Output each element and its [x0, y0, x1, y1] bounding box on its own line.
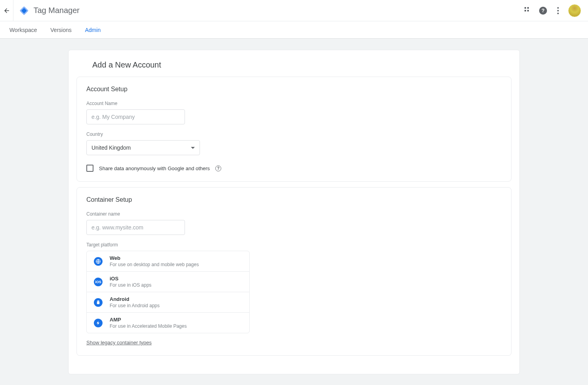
tab-admin[interactable]: Admin — [84, 27, 101, 33]
bolt-icon — [94, 319, 103, 327]
kebab-icon — [557, 7, 559, 14]
account-setup-card: Account Setup Account Name Country Unite… — [77, 77, 511, 182]
ios-icon: iOS — [94, 278, 103, 286]
more-button[interactable] — [553, 6, 563, 15]
platform-web-desc: For use on desktop and mobile web pages — [110, 262, 199, 267]
tab-workspace[interactable]: Workspace — [9, 27, 38, 33]
logo-area: Tag Manager — [13, 6, 80, 15]
country-label: Country — [86, 131, 502, 137]
account-name-input[interactable] — [86, 109, 185, 124]
container-setup-card: Container Setup Container name Target pl… — [77, 187, 511, 356]
platform-amp-desc: For use in Accelerated Mobile Pages — [110, 323, 187, 329]
container-name-field: Container name — [86, 211, 502, 235]
help-icon: ? — [539, 7, 547, 15]
account-name-label: Account Name — [86, 101, 502, 106]
country-value: United Kingdom — [91, 145, 131, 151]
account-setup-heading: Account Setup — [86, 86, 502, 93]
container-setup-heading: Container Setup — [86, 196, 502, 203]
info-icon[interactable]: ? — [215, 165, 221, 171]
apps-button[interactable] — [523, 6, 533, 15]
country-field: Country United Kingdom — [86, 131, 502, 155]
container-name-label: Container name — [86, 211, 502, 217]
apps-grid-icon — [525, 7, 532, 14]
page-title: Add a New Account — [69, 60, 519, 77]
app-title: Tag Manager — [34, 6, 80, 15]
topbar-actions: ? — [523, 4, 583, 17]
platform-list: Web For use on desktop and mobile web pa… — [86, 251, 250, 333]
globe-icon — [94, 257, 103, 266]
back-button[interactable] — [0, 0, 13, 21]
platform-ios-desc: For use in iOS apps — [110, 282, 151, 288]
help-button[interactable]: ? — [538, 6, 548, 15]
platform-web-title: Web — [110, 255, 199, 261]
platform-web[interactable]: Web For use on desktop and mobile web pa… — [87, 251, 249, 272]
legacy-types-link[interactable]: Show legacy container types — [86, 340, 151, 346]
top-bar: Tag Manager ? — [0, 0, 588, 21]
account-name-field: Account Name — [86, 101, 502, 124]
share-data-row: Share data anonymously with Google and o… — [86, 162, 502, 172]
arrow-left-icon — [3, 7, 10, 14]
tag-manager-logo-icon — [19, 6, 29, 15]
platform-amp[interactable]: AMP For use in Accelerated Mobile Pages — [87, 313, 249, 333]
user-avatar[interactable] — [568, 4, 581, 17]
tab-versions[interactable]: Versions — [50, 27, 73, 33]
platform-android-title: Android — [110, 296, 160, 302]
target-platform-label: Target platform — [86, 242, 502, 248]
container-name-input[interactable] — [86, 220, 185, 235]
country-select[interactable]: United Kingdom — [86, 140, 200, 155]
platform-ios-title: iOS — [110, 276, 151, 282]
platform-android-desc: For use in Android apps — [110, 303, 160, 308]
page-body: Add a New Account Account Setup Account … — [0, 39, 588, 385]
platform-ios[interactable]: iOS iOS For use in iOS apps — [87, 272, 249, 292]
share-data-checkbox[interactable] — [86, 165, 93, 172]
platform-android[interactable]: Android For use in Android apps — [87, 292, 249, 313]
share-data-label: Share data anonymously with Google and o… — [99, 165, 210, 171]
nav-tabs: Workspace Versions Admin — [0, 21, 588, 39]
android-icon — [94, 298, 103, 307]
page-card: Add a New Account Account Setup Account … — [68, 50, 520, 374]
platform-amp-title: AMP — [110, 317, 187, 323]
chevron-down-icon — [191, 147, 195, 149]
